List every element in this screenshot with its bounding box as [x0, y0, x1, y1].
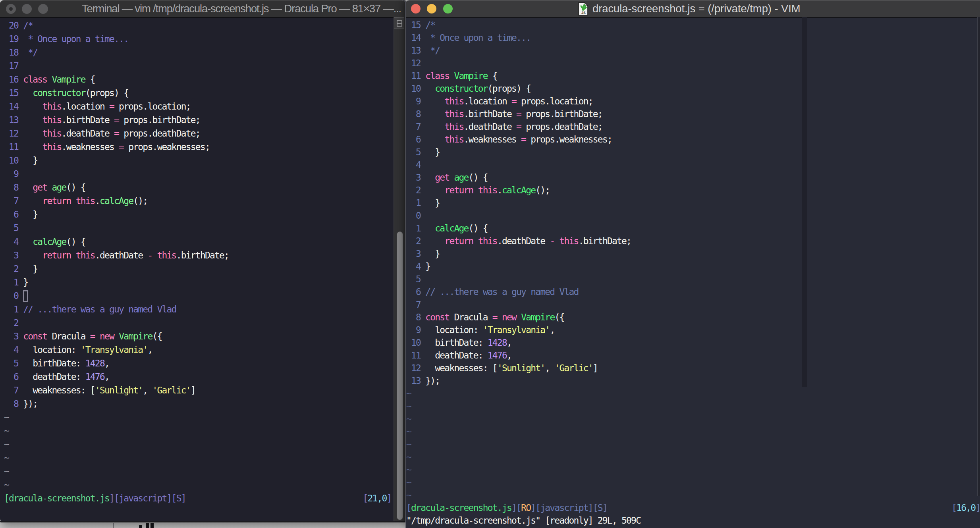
- svg-text:JS: JS: [581, 11, 586, 15]
